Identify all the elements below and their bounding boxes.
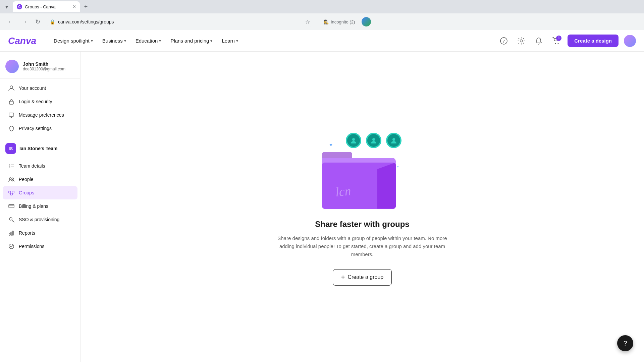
plus-icon: +: [341, 274, 345, 281]
tab-list-button[interactable]: ▾: [3, 3, 10, 10]
nav-label-plans-pricing: Plans and pricing: [170, 38, 209, 44]
svg-point-8: [9, 165, 10, 166]
lock-icon: [8, 98, 15, 105]
card-icon: [8, 203, 15, 209]
sidebar-label-people: People: [19, 177, 34, 182]
svg-point-3: [555, 43, 556, 44]
user-avatar[interactable]: [624, 35, 636, 47]
nav-label-learn: Learn: [222, 38, 234, 44]
nav-item-design-spotlight[interactable]: Design spotlight ▾: [50, 35, 97, 46]
url-text: canva.com/settings/groups: [58, 19, 303, 24]
sidebar-item-team-details[interactable]: Team details: [3, 159, 77, 173]
sidebar-item-your-account[interactable]: Your account: [3, 81, 77, 95]
help-icon-button[interactable]: ?: [498, 35, 510, 47]
groups-illustration: ✦ ✦ ✦: [319, 128, 406, 209]
sidebar-label-billing-plans: Billing & plans: [19, 203, 48, 209]
nav-label-education: Education: [136, 38, 158, 44]
create-design-button[interactable]: Create a design: [568, 35, 619, 47]
bubble-3: [385, 132, 402, 149]
svg-point-23: [9, 244, 14, 249]
active-tab[interactable]: C Groups - Canva ×: [13, 1, 80, 12]
nav-item-learn[interactable]: Learn ▾: [218, 35, 242, 46]
nav-forward-button[interactable]: →: [19, 16, 30, 27]
svg-rect-22: [12, 231, 13, 235]
chevron-down-icon: ▾: [159, 39, 161, 43]
team-avatar: IS: [5, 143, 16, 154]
tab-close-icon[interactable]: ×: [73, 4, 76, 10]
cart-icon-button[interactable]: 1: [550, 35, 562, 47]
sidebar-item-permissions[interactable]: Permissions: [3, 240, 77, 253]
list-icon: [8, 163, 15, 169]
nav-label-design-spotlight: Design spotlight: [54, 38, 90, 44]
sidebar-item-groups[interactable]: Groups: [3, 186, 77, 199]
help-fab-button[interactable]: ?: [617, 335, 633, 351]
chevron-down-icon: ▾: [91, 39, 93, 43]
sidebar-label-privacy-settings: Privacy settings: [19, 126, 52, 131]
tab-favicon: C: [17, 4, 22, 9]
sidebar-label-sso-provisioning: SSO & provisioning: [19, 217, 59, 222]
new-tab-button[interactable]: +: [81, 2, 91, 11]
sidebar-item-message-preferences[interactable]: Message preferences: [3, 108, 77, 122]
sidebar-label-team-details: Team details: [19, 163, 45, 169]
lock-icon: 🔒: [50, 19, 55, 24]
bubble-1: [345, 132, 362, 149]
incognito-icon: 🕵: [323, 19, 329, 24]
sidebar-item-people[interactable]: People: [3, 173, 77, 186]
svg-rect-20: [9, 233, 10, 235]
bookmark-star-icon[interactable]: ☆: [305, 19, 310, 25]
nav-label-business: Business: [102, 38, 123, 44]
sidebar-label-groups: Groups: [19, 190, 34, 195]
key-icon: [8, 216, 15, 223]
svg-point-26: [392, 138, 395, 141]
svg-rect-16: [10, 193, 12, 195]
address-bar-input[interactable]: 🔒 canva.com/settings/groups ☆: [46, 16, 314, 27]
content-description: Share designs and folders with a group o…: [275, 234, 449, 258]
sidebar-item-login-security[interactable]: Login & security: [3, 95, 77, 108]
svg-point-25: [372, 138, 375, 141]
sidebar-item-billing-plans[interactable]: Billing & plans: [3, 199, 77, 213]
sidebar-label-reports: Reports: [19, 230, 35, 236]
incognito-badge[interactable]: 🕵 Incognito (2): [319, 18, 359, 26]
sidebar-label-login-security: Login & security: [19, 99, 52, 104]
svg-point-12: [9, 178, 11, 180]
sidebar-label-message-preferences: Message preferences: [19, 112, 64, 118]
nav-back-button[interactable]: ←: [5, 16, 16, 27]
svg-point-10: [9, 167, 10, 168]
group-icon: [8, 176, 15, 183]
sidebar-user-email: doe301200@gmail.com: [23, 67, 75, 71]
svg-rect-6: [9, 101, 13, 104]
sidebar-item-privacy-settings[interactable]: Privacy settings: [3, 122, 77, 135]
create-group-label: Create a group: [347, 274, 383, 280]
svg-rect-21: [11, 232, 12, 235]
bubble-2: [365, 132, 382, 149]
svg-rect-14: [9, 191, 11, 193]
nav-item-education[interactable]: Education ▾: [131, 35, 165, 46]
svg-point-4: [558, 43, 559, 44]
help-question-icon: ?: [623, 340, 627, 347]
notifications-icon-button[interactable]: [533, 35, 545, 47]
sidebar-item-sso-provisioning[interactable]: SSO & provisioning: [3, 213, 77, 226]
svg-text:?: ?: [503, 39, 505, 44]
browser-profile-avatar[interactable]: [362, 17, 371, 26]
person-icon: [8, 85, 15, 92]
nav-item-plans-pricing[interactable]: Plans and pricing ▾: [166, 35, 216, 46]
team-name: Ian Stone's Team: [19, 146, 58, 151]
svg-point-13: [12, 178, 14, 180]
chart-icon: [8, 230, 15, 236]
chevron-down-icon: ▾: [210, 39, 212, 43]
check-circle-icon: [8, 243, 15, 250]
svg-rect-7: [9, 113, 14, 116]
nav-reload-button[interactable]: ↻: [32, 16, 43, 27]
chevron-down-icon: ▾: [236, 39, 238, 43]
create-group-button[interactable]: + Create a group: [333, 269, 392, 286]
sidebar-item-reports[interactable]: Reports: [3, 226, 77, 240]
settings-icon-button[interactable]: [515, 35, 527, 47]
svg-rect-15: [12, 191, 14, 193]
shield-icon: [8, 125, 15, 132]
sidebar-label-permissions: Permissions: [19, 244, 44, 249]
nav-item-business[interactable]: Business ▾: [98, 35, 130, 46]
incognito-label: Incognito (2): [331, 19, 355, 24]
cart-badge: 1: [556, 36, 561, 41]
svg-point-24: [352, 138, 355, 141]
canva-logo[interactable]: Canva: [8, 36, 36, 46]
